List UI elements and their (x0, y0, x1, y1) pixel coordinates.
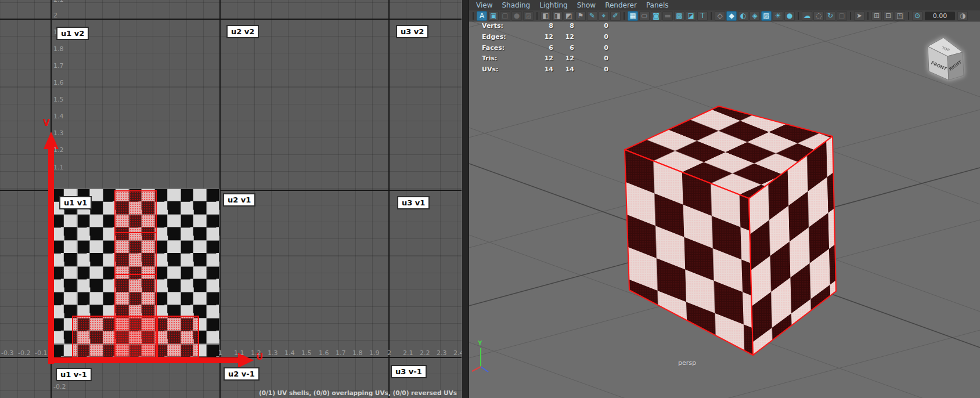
crop-region-icon[interactable]: ◳ (895, 11, 905, 21)
resolution-gate-icon[interactable]: ◙ (651, 11, 661, 21)
hud-label: Tris: (482, 55, 497, 62)
viewport-menubar: ViewShadingLightingShowRendererPanels (469, 0, 980, 10)
z-axis-line (481, 367, 488, 372)
uv-editor-panel[interactable]: V U 2.121.91.81.71.61.51.41.31.21.1-0.2 … (0, 0, 462, 398)
select-tool-button[interactable]: A (477, 11, 487, 21)
render-image-icon[interactable]: ▨ (523, 11, 534, 21)
perspective-viewport-panel[interactable]: ViewShadingLightingShowRendererPanels A▣… (469, 0, 980, 398)
safe-title-icon[interactable]: T (697, 11, 708, 21)
hud-label: Verts: (482, 22, 503, 30)
camera-lock-icon[interactable]: ◨ (552, 11, 563, 21)
v-axis-tick: 1.3 (53, 130, 64, 137)
uv-face-edge[interactable] (114, 317, 116, 357)
v-axis-tick: 1.1 (53, 164, 64, 171)
uv-face-edge[interactable] (116, 232, 156, 233)
camera-icon[interactable]: ◧ (541, 11, 551, 21)
contrast-icon[interactable]: ◑ (957, 11, 968, 21)
u-axis-tick: 1.5 (301, 350, 312, 357)
hud-selected: 0 (577, 66, 608, 73)
y-axis-letter: Y (477, 340, 482, 346)
uv-grid-label: u2 v2 (226, 25, 259, 38)
uv-gridline-u1 (219, 0, 221, 398)
hud-label: Faces: (482, 44, 505, 52)
view-gizmo[interactable]: TOP FRONT RIGHT (928, 38, 964, 80)
u-axis-tick: -0.1 (35, 350, 47, 357)
paint-select-icon[interactable]: ● (511, 11, 522, 21)
u-axis-tick: 2.4 (453, 350, 462, 357)
hud-selected: 0 (577, 33, 608, 41)
smooth-shade-button[interactable]: ◆ (726, 11, 737, 21)
uv-shell-horizontal-strip[interactable] (72, 316, 199, 358)
u-axis-tick: 2.1 (403, 350, 413, 357)
duplicate-panel-icon[interactable]: ⊞ (871, 11, 882, 21)
loop-icon[interactable]: ↻ (825, 11, 835, 21)
pen-icon[interactable]: ✐ (610, 11, 621, 21)
uv-grid-label: u3 v1 (397, 196, 430, 209)
image-plane-icon[interactable]: ◪ (686, 11, 696, 21)
marquee-select-icon[interactable]: ▣ (488, 11, 499, 21)
fog-icon[interactable]: ☁ (802, 11, 812, 21)
isolate-select-icon[interactable]: ➤ (854, 11, 864, 21)
exposure-field[interactable]: 0.00 (925, 12, 955, 20)
uv-gridline-u2 (388, 0, 390, 398)
x-axis-line (472, 367, 481, 371)
u-axis-arrow (48, 357, 238, 363)
pencil-tool-icon[interactable]: ✎ (587, 11, 597, 21)
menu-view[interactable]: View (471, 1, 497, 9)
menu-renderer[interactable]: Renderer (600, 1, 642, 9)
hud-row: Faces:660 (469, 44, 620, 55)
hud-selected: 0 (577, 22, 608, 30)
shadows-icon[interactable]: ● (784, 11, 795, 21)
menu-lighting[interactable]: Lighting (535, 1, 572, 9)
uv-grid-label: u3 v2 (396, 25, 428, 38)
hud-row: Edges:12120 (469, 33, 620, 44)
v-axis-tick: 1.2 (53, 147, 64, 154)
v-axis-tick: 1.5 (53, 96, 64, 103)
v-axis-arrow (48, 148, 54, 364)
bookmark-icon[interactable]: ⚑ (575, 11, 586, 21)
field-chart-icon[interactable]: ▩ (674, 11, 684, 21)
film-gate-icon[interactable]: ▭ (639, 11, 650, 21)
v-axis-tick: 1.4 (53, 113, 64, 120)
menu-panels[interactable]: Panels (642, 1, 673, 9)
u-axis-tick: 2.2 (420, 350, 430, 357)
motion-blur-icon[interactable]: ◌ (813, 11, 824, 21)
u-axis-tick: 1.9 (369, 350, 380, 357)
toolbar-separator (473, 12, 474, 20)
panel-splitter[interactable] (462, 0, 469, 398)
v-axis-tick: -0.2 (53, 383, 66, 390)
uv-grid-label: u2 v1 (223, 193, 255, 207)
maya-uv-editing-workspace: V U 2.121.91.81.71.61.51.41.31.21.1-0.2 … (0, 0, 980, 398)
hud-visible: 8 (545, 22, 574, 30)
uv-face-edge[interactable] (157, 317, 158, 357)
u-axis-tick: -0.2 (18, 350, 30, 357)
menu-shading[interactable]: Shading (497, 1, 535, 9)
uv-status-bar: (0/1) UV shells, (0/0) overlapping UVs, … (259, 389, 457, 396)
viewport-scene[interactable]: TOP FRONT RIGHT Y persp (469, 21, 980, 398)
wireframe-on-shaded-icon[interactable]: ◈ (750, 11, 760, 21)
hud-row: UVs:14140 (469, 66, 620, 77)
camera-attributes-icon[interactable]: ◩ (564, 11, 574, 21)
scene-cube[interactable] (625, 106, 836, 355)
wireframe-display-icon[interactable]: ◇ (715, 11, 725, 21)
hud-label: UVs: (482, 66, 498, 73)
u-axis-tick: 1.3 (268, 350, 278, 357)
tear-off-panel-icon[interactable]: ⊟ (883, 11, 893, 21)
exposure-icon[interactable]: ⊙ (912, 11, 923, 21)
zoom-region-icon[interactable]: ⌖ (599, 11, 609, 21)
lasso-select-icon[interactable]: ▢ (500, 11, 510, 21)
highlight-selection-icon[interactable]: ▢ (837, 11, 847, 21)
gate-mask-icon[interactable]: ▬ (662, 11, 673, 21)
grid-toggle-button[interactable]: ▦ (628, 11, 638, 21)
uv-gridline-v2 (0, 19, 462, 20)
uv-face-edge[interactable] (116, 274, 156, 275)
u-axis-tick: 2 (387, 350, 391, 357)
menu-show[interactable]: Show (572, 1, 600, 9)
toolbar-separator (536, 12, 538, 20)
flat-shade-icon[interactable]: ◐ (738, 11, 748, 21)
u-axis-tick: 2.3 (437, 350, 447, 357)
use-all-lights-icon[interactable]: ☀ (773, 11, 783, 21)
toolbar-separator (850, 12, 851, 20)
u-axis-tick: 1.8 (352, 350, 363, 357)
textured-display-button[interactable]: ▨ (761, 11, 772, 21)
